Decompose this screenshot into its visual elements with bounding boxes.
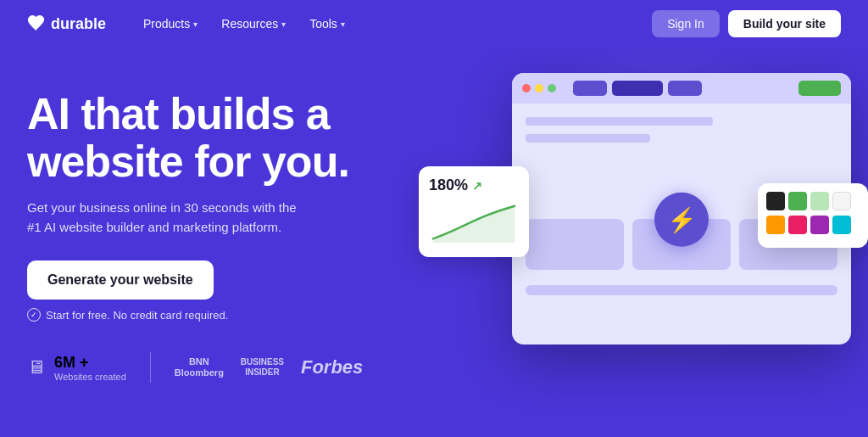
content-line-1 (526, 117, 713, 126)
browser-bar (512, 73, 851, 104)
swatch-cyan (832, 216, 851, 234)
check-icon: ✓ (27, 308, 41, 322)
stat-item: 🖥 6M + Websites created (27, 354, 126, 382)
content-line-2 (526, 134, 650, 143)
divider (150, 352, 151, 383)
navbar: durable Products ▾ Resources ▾ Tools ▾ S… (0, 0, 868, 48)
logo[interactable]: durable (27, 14, 106, 33)
palette-row-1 (766, 192, 860, 210)
dot-green (548, 84, 556, 92)
forbes-logo: Forbes (301, 356, 363, 378)
logo-icon (27, 14, 46, 33)
hero-illustration: ⚡ 180% ↗ (376, 48, 868, 437)
nav-resources[interactable]: Resources ▾ (211, 12, 296, 36)
content-block-1 (526, 219, 624, 270)
lightning-icon-circle: ⚡ (654, 193, 709, 247)
browser-tabs (573, 81, 702, 96)
dot-red (522, 84, 531, 92)
free-note: ✓ Start for free. No credit card require… (27, 308, 383, 322)
nav-actions: Sign In Build your site (652, 10, 841, 37)
browser-tab-active (612, 81, 663, 96)
dot-yellow (535, 84, 543, 92)
content-block-bottom (526, 285, 837, 295)
nav-tools[interactable]: Tools ▾ (299, 12, 355, 36)
swatch-black (766, 192, 785, 210)
swatch-purple (810, 216, 829, 234)
growth-card: 180% ↗ (419, 166, 529, 257)
swatch-orange (766, 216, 785, 234)
swatch-green (788, 192, 807, 210)
content-row-2 (526, 134, 837, 143)
social-proof: 🖥 6M + Websites created BNNBloomberg BUS… (27, 352, 383, 383)
generate-button[interactable]: Generate your website (27, 261, 214, 300)
monitor-icon: 🖥 (27, 356, 46, 378)
swatch-light-green (810, 192, 829, 210)
palette-row-2 (766, 216, 860, 234)
signin-button[interactable]: Sign In (652, 10, 720, 37)
products-chevron-icon: ▾ (193, 20, 198, 29)
browser-action-bar (798, 81, 841, 96)
growth-percent: 180% ↗ (429, 176, 519, 194)
swatch-pink (788, 216, 807, 234)
growth-arrow-icon: ↗ (472, 179, 482, 193)
lightning-icon: ⚡ (667, 205, 697, 233)
growth-chart (429, 201, 519, 244)
business-insider-logo: BUSINESSINSIDER (241, 357, 284, 378)
brand-name: durable (51, 15, 106, 33)
browser-tab-2 (668, 81, 702, 96)
hero-subtitle: Get your business online in 30 seconds w… (27, 199, 307, 237)
nav-items: Products ▾ Resources ▾ Tools ▾ (133, 12, 652, 36)
palette-card (758, 183, 868, 248)
resources-chevron-icon: ▾ (281, 20, 286, 29)
browser-tab (573, 81, 607, 96)
bloomberg-logo: BNNBloomberg (175, 356, 224, 378)
hero-left: AI that builds a website for you. Get yo… (27, 81, 383, 383)
hero-title: AI that builds a website for you. (27, 90, 383, 185)
press-logos: BNNBloomberg BUSINESSINSIDER Forbes (175, 356, 364, 378)
tools-chevron-icon: ▾ (341, 20, 345, 29)
build-button[interactable]: Build your site (728, 10, 841, 37)
stat-text: 6M + Websites created (54, 354, 126, 382)
stat-label: Websites created (54, 372, 126, 382)
nav-products[interactable]: Products ▾ (133, 12, 208, 36)
browser-dots (522, 84, 556, 92)
content-row-1 (526, 117, 837, 126)
swatch-white (832, 192, 851, 210)
hero-section: AI that builds a website for you. Get yo… (0, 48, 868, 437)
stat-number: 6M + (54, 354, 126, 372)
